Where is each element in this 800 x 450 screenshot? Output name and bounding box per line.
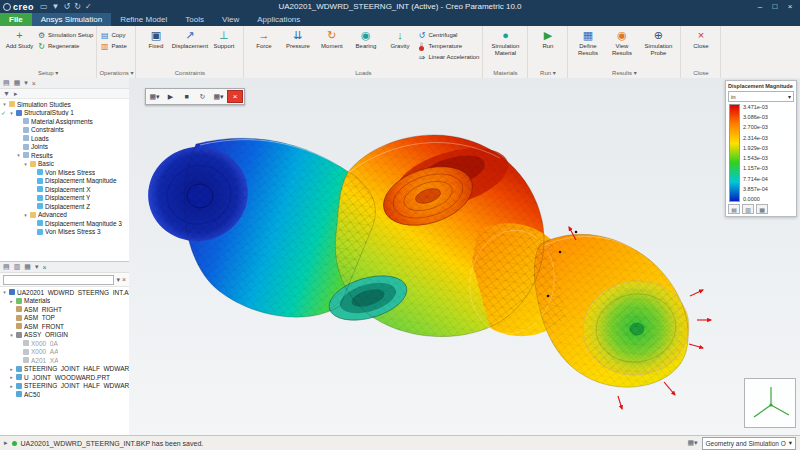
legend-option-button[interactable]: ▤ (728, 204, 740, 214)
quick-access-icon[interactable]: ↺ (64, 2, 71, 11)
expand-toggle[interactable]: ▾ (2, 101, 7, 107)
tree-toolbar-icon[interactable]: ▦ (24, 263, 31, 271)
loop-button[interactable]: ↻ (195, 91, 210, 103)
display-states-button[interactable]: ▦▾ (147, 91, 162, 103)
tree-item[interactable]: A201_XA (0, 356, 129, 365)
paste-button[interactable]: ▥ Paste (100, 41, 126, 51)
tree-item[interactable]: Displacement Magnitude (0, 177, 129, 186)
temperature-button[interactable]: Temperature (417, 41, 479, 51)
search-dropdown-icon[interactable]: ▾ (116, 276, 120, 284)
regenerate-button[interactable]: ↻ Regenerate (37, 41, 93, 51)
gravity-button[interactable]: ↓ Gravity (383, 28, 416, 50)
minimize-button[interactable]: – (753, 2, 767, 11)
restore-button[interactable]: □ (768, 2, 782, 11)
force-button[interactable]: → Force (247, 28, 280, 50)
pressure-button[interactable]: ⇊ Pressure (281, 28, 314, 50)
tree-item[interactable]: ▸ U_JOINT_WOODWARD.PRT (0, 373, 129, 382)
tree-item[interactable]: ASM_TOP (0, 314, 129, 323)
tree-item[interactable]: ▸ STEERING_JOINT_HALF_WDWARD.PRT (0, 365, 129, 374)
tree-item[interactable]: ✓ ▾ StructuralStudy 1 (0, 109, 129, 118)
search-clear-icon[interactable]: × (122, 276, 126, 283)
status-toolbar-icon[interactable]: ▾ (694, 439, 698, 446)
ribbon-tab[interactable]: Applications (248, 13, 309, 26)
copy-button[interactable]: ▤ Copy (100, 30, 126, 40)
displacement-button[interactable]: ↗ Displacement (173, 28, 206, 50)
graphics-area[interactable]: ▦▾ ▶ ■ ↻ ▦▾ × Displacement Magnitude in … (129, 78, 800, 436)
ribbon-tab[interactable]: Tools (176, 13, 213, 26)
tree-filter-icon[interactable]: ▸ (14, 90, 18, 98)
orientation-triad[interactable] (744, 378, 796, 428)
tree-item[interactable]: X000_0A (0, 339, 129, 348)
tree-item[interactable]: Displacement Magnitude 3 (0, 219, 129, 228)
view-results-button[interactable]: ◉ View Results (605, 28, 638, 56)
tree-item[interactable]: ▾ UA20201_WDWRD_STEERNG_INT.ASM (0, 288, 129, 297)
tree-item[interactable]: ASM_FRONT (0, 322, 129, 331)
tree-toolbar-icon[interactable]: ▦ (14, 79, 21, 87)
play-button[interactable]: ▶ (163, 91, 178, 103)
tree-item[interactable]: Constraints (0, 126, 129, 135)
tree-toolbar-icon[interactable]: × (42, 264, 46, 271)
expand-toggle[interactable]: ▾ (9, 110, 14, 116)
tree-item[interactable]: ASM_RIGHT (0, 305, 129, 314)
tree-item[interactable]: Joints (0, 143, 129, 152)
ribbon-tab[interactable]: Ansys Simulation (32, 13, 111, 26)
ribbon-tab[interactable]: File (0, 13, 32, 26)
tree-toolbar-icon[interactable]: ▤ (3, 79, 10, 87)
expand-toggle[interactable]: ▾ (23, 212, 28, 218)
group-label-operations[interactable]: Operations ▾ (97, 68, 135, 78)
tree-item[interactable]: Displacement Z (0, 202, 129, 211)
tree-item[interactable]: Material Assignments (0, 117, 129, 126)
result-legend-panel[interactable]: Displacement Magnitude in ▾ 3.471e-033.0… (725, 80, 797, 217)
close-playback-button[interactable]: × (227, 90, 243, 103)
expand-toggle[interactable]: ▾ (16, 152, 21, 158)
group-label-setup[interactable]: Setup ▾ (0, 68, 96, 78)
tree-item[interactable]: Displacement Y (0, 194, 129, 203)
expand-toggle[interactable]: ▸ (9, 298, 14, 304)
expand-toggle[interactable]: ▾ (23, 161, 28, 167)
stop-button[interactable]: ■ (179, 91, 194, 103)
linear-acceleration-button[interactable]: ⇒ Linear Acceleration (417, 52, 479, 62)
tree-item[interactable]: Displacement X (0, 185, 129, 194)
export-animation-button[interactable]: ▦▾ (211, 91, 226, 103)
run-button[interactable]: ▶ Run (531, 28, 564, 50)
tree-item[interactable]: ▾ Advanced (0, 211, 129, 220)
tree-item[interactable]: ▾ Results (0, 151, 129, 160)
close-study-button[interactable]: × Close (684, 28, 717, 50)
tree-toolbar-icon[interactable]: ▾ (24, 79, 28, 87)
tree-filter-icon[interactable]: ▼ (3, 90, 10, 97)
tree-toolbar-icon[interactable]: × (32, 80, 36, 87)
tree-item[interactable]: ▾ Simulation Studies (0, 100, 129, 109)
expand-toggle[interactable]: ▸ (9, 383, 14, 389)
simulation-probe-button[interactable]: ⊕ Simulation Probe (639, 28, 677, 56)
close-window-button[interactable]: × (783, 2, 797, 11)
fixed-button[interactable]: ▣ Fixed (139, 28, 172, 50)
simulation-setup-button[interactable]: ⚙ Simulation Setup (37, 30, 93, 40)
quick-access-icon[interactable]: ↻ (74, 2, 81, 11)
expand-toggle[interactable]: ▾ (2, 289, 7, 295)
quick-access-icon[interactable]: ▭ (40, 2, 48, 11)
tree-item[interactable]: ▸ STEERING_JOINT_HALF_WDWARD.PRT (0, 382, 129, 391)
tree-item[interactable]: ▾ ASSY_ORIGIN (0, 331, 129, 340)
tree-item[interactable]: Von Mises Stress 3 (0, 228, 129, 237)
navigator-toggle[interactable]: ▸ (4, 439, 8, 447)
moment-button[interactable]: ↻ Moment (315, 28, 348, 50)
tree-toolbar-icon[interactable]: ▥ (14, 263, 21, 271)
expand-toggle[interactable]: ▸ (9, 374, 14, 380)
simulation-material-button[interactable]: ● Simulation Material (486, 28, 524, 56)
tree-item[interactable]: AC50 (0, 390, 129, 399)
tree-item[interactable]: ▾ Basic (0, 160, 129, 169)
selection-filter-dropdown[interactable]: Geometry and Simulation O ▾ (702, 437, 796, 450)
ribbon-tab[interactable]: Refine Model (111, 13, 176, 26)
expand-toggle[interactable]: ▸ (9, 366, 14, 372)
legend-option-button[interactable]: ▥ (742, 204, 754, 214)
add-study-button[interactable]: + Add Study (3, 28, 36, 50)
tree-toolbar-icon[interactable]: ▾ (35, 263, 39, 271)
tree-item[interactable]: ▸ Materials (0, 297, 129, 306)
quick-access-icon[interactable]: ▼ (52, 2, 60, 11)
tree-item[interactable]: Von Mises Stress (0, 168, 129, 177)
quick-access-icon[interactable]: ✓ (85, 2, 92, 11)
legend-unit-dropdown[interactable]: in ▾ (728, 91, 794, 102)
bearing-button[interactable]: ◉ Bearing (349, 28, 382, 50)
legend-option-button[interactable]: ▦ (756, 204, 768, 214)
tree-search-input[interactable] (3, 275, 114, 285)
